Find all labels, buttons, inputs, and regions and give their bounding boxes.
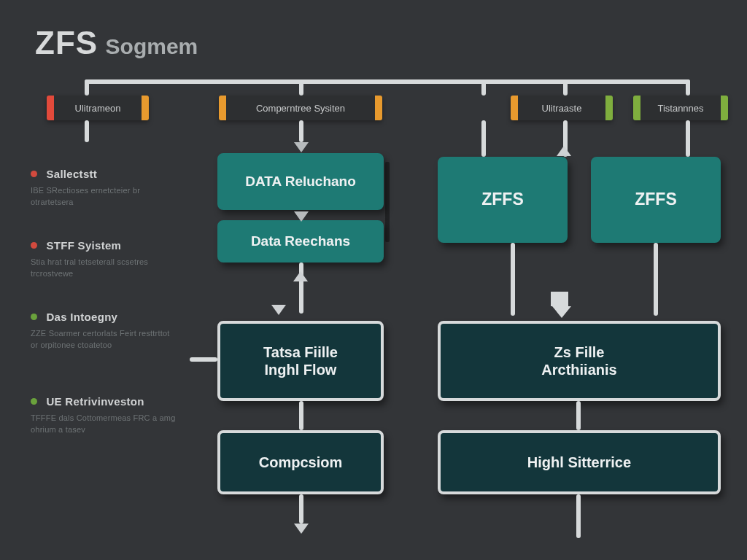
tab-1: Ulitrameon <box>47 96 149 120</box>
box-zffs-right: ZFFS <box>591 157 721 243</box>
legend-item-3: Das Intoegny ZZE Soarmer certorlats Feir… <box>31 311 191 351</box>
legend-dot-4 <box>31 398 37 405</box>
tab-2-label: Comperntree Sysiten <box>256 103 345 114</box>
arrow-b1-b2 <box>294 211 309 222</box>
tab-1-label: Ulitrameon <box>75 103 121 114</box>
block-arrow-head <box>552 306 571 318</box>
connector-top-stub-3 <box>563 79 568 96</box>
legend: Sallectstt IBE SRectioses ernetcteier br… <box>31 168 191 467</box>
connector-top-lstub <box>85 79 89 96</box>
legend-desc-4: TFFFE dals Cottomermeas FRC a amg ohrium… <box>31 413 177 436</box>
tab-3: Ulitraaste <box>511 96 613 120</box>
legend-desc-1: IBE SRectioses ernetcteier br otrartetse… <box>31 185 177 209</box>
box1-right-shadow <box>385 162 390 242</box>
box-data-reechans: Data Reechans <box>217 220 384 262</box>
connector-top-stub-1 <box>299 79 303 96</box>
box-highl-sitterrice-label: Highl Sitterrice <box>527 454 631 471</box>
connector-left-tick <box>190 357 217 362</box>
box-tatsa-fille: Tatsa Fiille Inghl Flow <box>217 321 384 401</box>
title-strong: ZFS <box>35 25 98 61</box>
legend-desc-3: ZZE Soarmer certorlats Feirt resttrttot … <box>31 328 177 351</box>
arrow-up-mid <box>557 146 571 156</box>
legend-title-2: STFF Syistem <box>46 239 121 252</box>
tab-4: Tistannnes <box>633 96 728 120</box>
arrow-tab2-down <box>294 142 309 152</box>
connector-top-rail <box>85 79 690 84</box>
box-zffs-right-label: ZFFS <box>635 190 677 210</box>
box-zs-fille: Zs Fille Arcthiianis <box>438 321 721 401</box>
box-compcsiom: Compcsiom <box>217 430 384 494</box>
tab-2-cap-right <box>375 96 382 120</box>
tab-4-cap-right <box>721 96 728 120</box>
legend-dot-2 <box>31 242 37 249</box>
title-sub: Sogmem <box>106 34 198 58</box>
legend-title-4: UE Retrivinveston <box>46 395 144 408</box>
box-data-reluchano: DATA Reluchano <box>217 153 384 210</box>
connector-bottom-right <box>576 494 581 538</box>
box-data-reluchano-label: DATA Reluchano <box>245 174 356 190</box>
tab-3-cap-right <box>605 96 613 120</box>
tab-3-cap-left <box>511 96 518 120</box>
legend-title-3: Das Intoegny <box>46 311 117 323</box>
connector-top-stub-2 <box>481 79 486 96</box>
connector-top-stub-4 <box>686 79 690 96</box>
box-data-reechans-label: Data Reechans <box>251 233 350 250</box>
legend-item-2: STFF Syistem Stia hrat tral tetseterall … <box>31 239 191 280</box>
connector-b3-down <box>511 243 515 316</box>
tab-2: Comperntree Sysiten <box>219 96 382 120</box>
connector-tab4-down <box>686 120 690 157</box>
tab-1-cap-right <box>142 96 149 120</box>
legend-item-4: UE Retrivinveston TFFFE dals Cottomermea… <box>31 395 191 436</box>
box-zffs-left-label: ZFFS <box>481 190 524 210</box>
box-zs-fille-label: Zs Fille Arcthiianis <box>541 343 616 378</box>
connector-row-gap-right <box>576 401 581 430</box>
connector-bottom-left <box>299 494 303 524</box>
block-arrow-body <box>551 292 568 306</box>
connector-row-gap-left <box>299 401 303 430</box>
box-tatsa-fille-label: Tatsa Fiille Inghl Flow <box>263 343 338 378</box>
legend-item-1: Sallectstt IBE SRectioses ernetcteier br… <box>31 168 191 209</box>
arrow-bottom-left <box>294 524 309 534</box>
arrow-b2-up <box>293 271 308 281</box>
legend-dot-1 <box>31 171 37 177</box>
connector-tab3-down-a <box>481 120 486 157</box>
diagram-title: ZFS Sogmem <box>35 25 198 61</box>
box-compcsiom-label: Compcsiom <box>259 454 342 471</box>
legend-dot-3 <box>31 314 37 320</box>
tab-4-cap-left <box>633 96 640 120</box>
tab-2-cap-left <box>219 96 226 120</box>
arrow-b2-down-left <box>271 305 286 315</box>
tab-4-label: Tistannnes <box>657 103 703 114</box>
connector-b2-down <box>299 262 303 314</box>
tab-3-label: Ulitraaste <box>542 103 582 114</box>
connector-b4-down <box>654 243 658 316</box>
box-highl-sitterrice: Highl Sitterrice <box>438 430 721 494</box>
box-zffs-left: ZFFS <box>438 157 568 243</box>
legend-desc-2: Stia hrat tral tetseterall scsetres trcr… <box>31 257 177 280</box>
tab-1-cap-left <box>47 96 54 120</box>
connector-tab2-down <box>299 120 303 142</box>
legend-title-1: Sallectstt <box>46 168 97 180</box>
connector-tab1-down <box>85 120 89 142</box>
